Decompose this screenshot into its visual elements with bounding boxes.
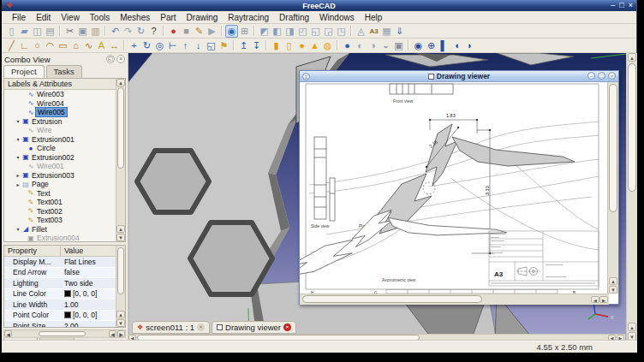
boolean-union-icon[interactable]: ● (341, 39, 354, 52)
scroll-down-icon[interactable]: ▼ (116, 319, 125, 327)
cut-icon[interactable]: ✂ (63, 25, 76, 38)
part-box-icon[interactable]: ▮ (270, 39, 283, 52)
boolean-common-icon[interactable]: ◐ (354, 39, 367, 52)
draft-bspline-icon[interactable]: ∿ (82, 39, 95, 52)
draft-arc-icon[interactable]: ◠ (44, 39, 57, 52)
draft-text-icon[interactable]: A (95, 39, 108, 52)
scrollbar-thumb[interactable] (628, 63, 636, 192)
viewer-hscrollbar[interactable]: ◀ ▶ (300, 294, 609, 305)
property-row-display-mode[interactable]: Display M...Flat Lines (4, 257, 125, 268)
scroll-up-icon[interactable]: ▲ (116, 225, 125, 233)
export-icon[interactable]: ⇓ (393, 25, 406, 38)
property-row-lighting[interactable]: LightingTwo side (4, 278, 125, 289)
tree-item-circle[interactable]: ●Circle (4, 144, 125, 153)
scroll-right-icon[interactable]: ▶ (599, 296, 608, 303)
draft-upgrade-icon[interactable]: ↑ (179, 39, 192, 52)
shape-info-icon[interactable]: ▣ (392, 39, 405, 52)
draft-scale-icon[interactable]: ◱ (205, 39, 218, 52)
child-close-button[interactable]: × (608, 72, 616, 80)
macro-record-icon[interactable]: ● (167, 25, 180, 38)
expander-icon[interactable]: ▾ (15, 136, 21, 142)
view-rear-icon[interactable]: ◱ (309, 25, 322, 38)
expander-icon[interactable]: ▸ (15, 172, 21, 178)
mesh-cut-plane-icon[interactable]: ▌ (438, 39, 450, 52)
mesh-split-left-icon[interactable]: ◖ (450, 39, 463, 52)
part-cone-icon[interactable]: ▲ (308, 39, 321, 52)
scroll-down-icon[interactable]: ▼ (116, 234, 125, 241)
macro-stop-icon[interactable]: ■ (180, 25, 193, 38)
expander-icon[interactable]: ▾ (15, 154, 21, 160)
view-axonometric-icon[interactable]: ◩ (258, 25, 271, 38)
panel-close-icon[interactable]: × (116, 55, 125, 63)
scrollbar-thumb[interactable] (302, 295, 482, 303)
tree-item-wire003[interactable]: ∿Wire003 (4, 90, 125, 99)
menu-part[interactable]: Part (155, 13, 181, 22)
draft-rotate-icon[interactable]: ↻ (140, 39, 153, 52)
drawing-viewer-title-bar[interactable]: ≡ Drawing viewer – □ × (300, 71, 618, 82)
menu-drawing[interactable]: Drawing (182, 13, 224, 22)
draft-line-icon[interactable]: ╱ (5, 39, 18, 52)
close-button[interactable]: × (629, 0, 633, 11)
tree-item-extrusion[interactable]: ▾▣Extrusion (4, 117, 125, 127)
property-row-point-size[interactable]: Point Size2.00 (4, 321, 125, 328)
boolean-section-icon[interactable]: ◒ (379, 39, 392, 52)
undo-icon[interactable]: ↶ (109, 25, 122, 38)
scroll-up-icon[interactable]: ▲ (628, 53, 636, 62)
mesh-split-right-icon[interactable]: ◗ (463, 39, 476, 52)
mesh-boolean-icon[interactable]: ⊕ (425, 39, 438, 52)
tab-drawing-viewer[interactable]: Drawing viewer × (212, 321, 296, 334)
spreadsheet-icon[interactable]: ▦ (380, 25, 393, 38)
scroll-left-icon[interactable]: ◀ (4, 330, 12, 337)
menu-edit[interactable]: Edit (31, 13, 56, 22)
drawing-viewer-window[interactable]: ≡ Drawing viewer – □ × (299, 70, 619, 305)
property-row-line-width[interactable]: Line Width1.00 (4, 300, 125, 311)
viewer-vscrollbar[interactable]: ▲ ▼ (607, 82, 618, 294)
draft-rectangle-icon[interactable]: ▭ (57, 39, 69, 52)
tree-item-extrusion001[interactable]: ▾▣Extrusion001 (4, 135, 125, 145)
view-right-icon[interactable]: ◰ (296, 25, 309, 38)
scroll-down-icon[interactable]: ▼ (628, 332, 636, 341)
panel-float-icon[interactable]: ◱ (106, 55, 115, 63)
extrude-up-icon[interactable]: ↥ (237, 39, 250, 52)
redo-icon[interactable]: ↷ (122, 25, 134, 38)
zoom-region-icon[interactable]: ◉ (225, 25, 238, 38)
property-row-point-color[interactable]: Point Color[0, 0, 0] (4, 311, 125, 322)
macro-edit-icon[interactable]: ✎ (193, 25, 206, 38)
scroll-left-icon[interactable]: ◀ (591, 296, 599, 303)
scroll-down-icon[interactable]: ▼ (609, 286, 617, 294)
mesh-import-icon[interactable]: ◬ (355, 25, 367, 38)
draft-move-icon[interactable]: + (128, 39, 140, 52)
drawing-sheet[interactable]: Front view Side view (300, 82, 608, 294)
minimize-button[interactable]: – (611, 0, 615, 11)
boolean-cut-icon[interactable]: ◑ (367, 39, 379, 52)
scrollbar-thumb[interactable] (609, 84, 617, 212)
menu-meshes[interactable]: Meshes (115, 13, 155, 22)
menu-raytracing[interactable]: Raytracing (223, 13, 274, 22)
expander-icon[interactable]: ▸ (15, 181, 21, 187)
scroll-up-icon[interactable]: ▲ (628, 323, 636, 331)
view-top-icon[interactable]: ◨ (283, 25, 296, 38)
tab-close-icon[interactable]: × (283, 323, 291, 331)
draft-polyline-icon[interactable]: ∟ (18, 39, 31, 52)
tree-item-text002[interactable]: ✎Text002 (4, 207, 125, 217)
menu-view[interactable]: View (56, 13, 85, 22)
tree-item-extrusion002[interactable]: ▾▣Extrusion002 (4, 153, 125, 163)
tree-item-wire005-selected[interactable]: ∿Wire005 (4, 108, 125, 117)
part-torus-icon[interactable]: ◍ (321, 39, 334, 52)
title-bar[interactable]: ❖ FreeCAD – □ × (2, 0, 636, 11)
expander-icon[interactable]: ▾ (15, 226, 21, 232)
scroll-right-icon[interactable]: ▶ (617, 335, 624, 341)
print-icon[interactable]: ▤ (44, 25, 57, 38)
draft-downgrade-icon[interactable]: ↓ (192, 39, 205, 52)
child-minimize-button[interactable]: – (587, 72, 595, 80)
tab-close-icon[interactable]: × (197, 323, 205, 331)
mesh-solid-icon[interactable]: ◉ (412, 39, 425, 52)
scrollbar-thumb[interactable] (117, 247, 124, 294)
workspace-hscrollbar[interactable]: ◀ ◀ ▶ (128, 334, 625, 341)
save-icon[interactable]: ◫ (31, 25, 44, 38)
property-row-end-arrow[interactable]: End Arrowfalse (4, 268, 125, 279)
paste-icon[interactable]: ▥ (89, 25, 102, 38)
scroll-left-icon[interactable]: ◀ (608, 335, 616, 341)
view-front-icon[interactable]: ◧ (271, 25, 283, 38)
scroll-left-icon[interactable]: ◀ (109, 330, 116, 337)
